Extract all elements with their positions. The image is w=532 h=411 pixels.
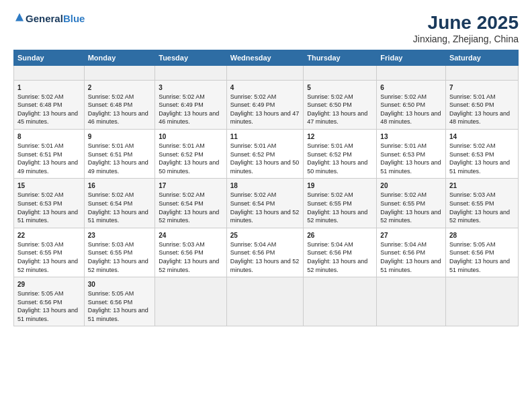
sunset-text: Sunset: 6:54 PM (159, 200, 204, 207)
daylight-text: Daylight: 13 hours and 45 minutes. (17, 110, 78, 126)
day-number: 28 (449, 231, 515, 240)
sunset-text: Sunset: 6:53 PM (380, 151, 425, 158)
sunset-text: Sunset: 6:55 PM (17, 249, 62, 256)
table-row: 19Sunrise: 5:02 AMSunset: 6:55 PMDayligh… (304, 179, 377, 228)
sunset-text: Sunset: 6:54 PM (230, 200, 275, 207)
sunrise-text: Sunrise: 5:01 AM (17, 142, 64, 149)
table-row: 29Sunrise: 5:05 AMSunset: 6:56 PMDayligh… (14, 277, 85, 326)
calendar-week-2: 8Sunrise: 5:01 AMSunset: 6:51 PMDaylight… (14, 129, 519, 178)
sunrise-text: Sunrise: 5:01 AM (159, 142, 205, 149)
sunset-text: Sunset: 6:48 PM (88, 101, 133, 108)
table-row: 13Sunrise: 5:01 AMSunset: 6:53 PMDayligh… (377, 129, 446, 178)
daylight-text: Daylight: 13 hours and 52 minutes. (449, 209, 510, 224)
sunrise-text: Sunrise: 5:02 AM (159, 93, 205, 100)
table-row (304, 66, 377, 81)
daylight-text: Daylight: 13 hours and 47 minutes. (230, 110, 300, 126)
sunset-text: Sunset: 6:56 PM (380, 249, 425, 256)
daylight-text: Daylight: 13 hours and 52 minutes. (230, 209, 300, 224)
table-row: 15Sunrise: 5:02 AMSunset: 6:53 PMDayligh… (14, 179, 85, 228)
table-row: 6Sunrise: 5:02 AMSunset: 6:50 PMDaylight… (377, 80, 446, 129)
sunset-text: Sunset: 6:53 PM (449, 151, 494, 158)
sunrise-text: Sunrise: 5:02 AM (307, 93, 353, 100)
table-row: 3Sunrise: 5:02 AMSunset: 6:49 PMDaylight… (155, 80, 227, 129)
calendar-table: Sunday Monday Tuesday Wednesday Thursday… (13, 50, 519, 326)
day-number: 3 (159, 83, 223, 93)
day-number: 29 (17, 280, 81, 289)
table-row (377, 66, 446, 81)
table-row: 30Sunrise: 5:05 AMSunset: 6:56 PMDayligh… (84, 277, 155, 326)
sunrise-text: Sunrise: 5:01 AM (380, 142, 427, 149)
sunrise-text: Sunrise: 5:03 AM (449, 191, 496, 198)
sunset-text: Sunset: 6:51 PM (17, 151, 62, 158)
day-number: 13 (380, 132, 442, 142)
sunset-text: Sunset: 6:52 PM (307, 151, 352, 158)
day-number: 17 (159, 181, 223, 191)
sunrise-text: Sunrise: 5:05 AM (449, 241, 496, 248)
sunset-text: Sunset: 6:50 PM (380, 101, 425, 108)
table-row: 10Sunrise: 5:01 AMSunset: 6:52 PMDayligh… (155, 129, 227, 178)
daylight-text: Daylight: 13 hours and 51 minutes. (17, 209, 78, 224)
table-row: 7Sunrise: 5:01 AMSunset: 6:50 PMDaylight… (445, 80, 518, 129)
table-row: 4Sunrise: 5:02 AMSunset: 6:49 PMDaylight… (226, 80, 303, 129)
day-number: 2 (88, 83, 152, 93)
daylight-text: Daylight: 13 hours and 47 minutes. (307, 110, 367, 126)
day-number: 30 (88, 280, 152, 289)
table-row: 24Sunrise: 5:03 AMSunset: 6:56 PMDayligh… (155, 228, 227, 277)
table-row: 2Sunrise: 5:02 AMSunset: 6:48 PMDaylight… (84, 80, 155, 129)
page-subtitle: Jinxiang, Zhejiang, China (413, 34, 519, 44)
day-number: 25 (230, 231, 300, 240)
day-number: 7 (449, 83, 515, 93)
table-row: 16Sunrise: 5:02 AMSunset: 6:54 PMDayligh… (84, 179, 155, 228)
table-row: 14Sunrise: 5:02 AMSunset: 6:53 PMDayligh… (445, 129, 518, 178)
daylight-text: Daylight: 13 hours and 52 minutes. (88, 258, 148, 273)
day-number: 9 (88, 132, 152, 142)
sunrise-text: Sunrise: 5:02 AM (380, 93, 427, 100)
table-row (14, 66, 85, 81)
day-number: 21 (449, 181, 515, 191)
sunset-text: Sunset: 6:56 PM (88, 299, 133, 306)
col-friday: Friday (377, 50, 446, 66)
page-title: June 2025 (413, 12, 519, 34)
sunrise-text: Sunrise: 5:04 AM (307, 241, 353, 248)
sunset-text: Sunset: 6:56 PM (307, 249, 352, 256)
sunrise-text: Sunrise: 5:04 AM (380, 241, 427, 248)
daylight-text: Daylight: 13 hours and 51 minutes. (449, 159, 510, 175)
sunrise-text: Sunrise: 5:02 AM (380, 191, 427, 198)
calendar-week-5: 29Sunrise: 5:05 AMSunset: 6:56 PMDayligh… (14, 277, 519, 326)
daylight-text: Daylight: 13 hours and 50 minutes. (159, 159, 219, 175)
sunrise-text: Sunrise: 5:01 AM (307, 142, 353, 149)
daylight-text: Daylight: 13 hours and 50 minutes. (307, 159, 367, 175)
sunset-text: Sunset: 6:56 PM (159, 249, 204, 256)
sunset-text: Sunset: 6:55 PM (307, 200, 352, 207)
day-number: 18 (230, 181, 300, 191)
daylight-text: Daylight: 13 hours and 52 minutes. (17, 258, 78, 273)
daylight-text: Daylight: 13 hours and 46 minutes. (88, 110, 148, 126)
sunrise-text: Sunrise: 5:02 AM (307, 191, 353, 198)
col-sunday: Sunday (14, 50, 85, 66)
day-number: 20 (380, 181, 442, 191)
table-row (155, 66, 227, 81)
col-monday: Monday (84, 50, 155, 66)
sunset-text: Sunset: 6:54 PM (88, 200, 133, 207)
day-number: 22 (17, 231, 81, 240)
table-row: 25Sunrise: 5:04 AMSunset: 6:56 PMDayligh… (226, 228, 303, 277)
table-row (226, 66, 303, 81)
logo-general: General (26, 13, 63, 24)
daylight-text: Daylight: 13 hours and 50 minutes. (230, 159, 300, 175)
table-row: 18Sunrise: 5:02 AMSunset: 6:54 PMDayligh… (226, 179, 303, 228)
daylight-text: Daylight: 13 hours and 51 minutes. (88, 307, 148, 322)
sunset-text: Sunset: 6:48 PM (17, 101, 62, 108)
table-row (155, 277, 227, 326)
day-number: 27 (380, 231, 442, 240)
sunset-text: Sunset: 6:55 PM (449, 200, 494, 207)
sunset-text: Sunset: 6:49 PM (159, 101, 204, 108)
col-tuesday: Tuesday (155, 50, 227, 66)
day-number: 12 (307, 132, 373, 142)
svg-marker-0 (15, 13, 24, 21)
table-row: 11Sunrise: 5:01 AMSunset: 6:52 PMDayligh… (226, 129, 303, 178)
day-number: 6 (380, 83, 442, 93)
day-number: 8 (17, 132, 81, 142)
daylight-text: Daylight: 13 hours and 52 minutes. (380, 209, 441, 224)
table-row (445, 277, 518, 326)
sunrise-text: Sunrise: 5:03 AM (88, 241, 134, 248)
